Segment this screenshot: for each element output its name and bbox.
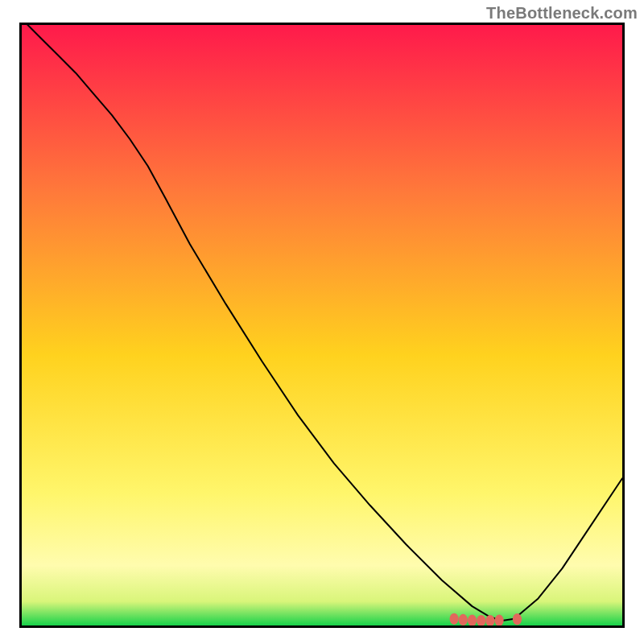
- optimal-point-marker: [513, 613, 522, 625]
- optimal-point-marker: [459, 614, 468, 625]
- plot-area: [19, 23, 625, 628]
- watermark-text: TheBottleneck.com: [486, 3, 638, 23]
- optimal-point-marker: [450, 613, 459, 625]
- chart-svg: [22, 25, 622, 625]
